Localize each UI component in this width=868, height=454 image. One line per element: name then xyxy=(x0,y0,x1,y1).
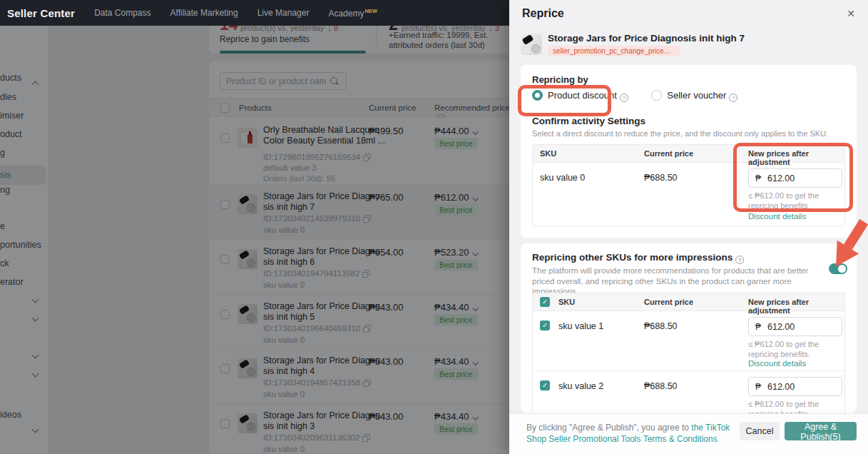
sku-current-price: ₱688.50 xyxy=(644,381,678,391)
nav-item-live-manager[interactable]: Live Manager xyxy=(257,8,310,18)
nav-item-academy[interactable]: AcademyNEW xyxy=(328,8,377,19)
modal-product-name: Storage Jars for Price Diagnosis init hi… xyxy=(548,33,745,44)
column-sku: SKU xyxy=(558,298,575,306)
other-skus-description: The platform will provide more recommend… xyxy=(532,266,816,297)
sku-current-price: ₱688.50 xyxy=(644,173,678,183)
sku-row: ✓ sku value 2 ₱688.50 ₱ ≤ ₱612.00 to get… xyxy=(533,371,844,413)
sku-name: sku value 1 xyxy=(558,321,603,331)
new-price-input[interactable]: ₱ xyxy=(748,168,842,188)
column-current-price: Current price xyxy=(644,298,693,306)
reprice-modal: Reprice ✕ Storage Jars for Price Diagnos… xyxy=(509,0,868,454)
help-icon[interactable]: ? xyxy=(735,256,744,264)
screen: Seller Center Data Compass Affiliate Mar… xyxy=(0,0,868,454)
other-skus-table: ✓ SKU Current price New prices after adj… xyxy=(532,293,845,413)
sku-checkbox[interactable]: ✓ xyxy=(540,321,550,331)
sku-row: ✓ sku value 1 ₱688.50 ₱ ≤ ₱612.00 to get… xyxy=(533,311,844,371)
column-sku: SKU xyxy=(540,149,556,158)
new-badge: NEW xyxy=(364,8,377,14)
seller-center-logo[interactable]: Seller Center xyxy=(7,7,75,19)
sku-checkbox[interactable]: ✓ xyxy=(540,380,550,390)
nav-item-data-compass[interactable]: Data Compass xyxy=(94,8,150,18)
sku-row: sku value 0 ₱688.50 ₱ ≤ ₱612.00 to get t… xyxy=(533,163,844,226)
new-price-input[interactable]: ₱ xyxy=(748,377,842,396)
seller-voucher-label: Seller voucher xyxy=(667,90,726,101)
new-price-input[interactable]: ₱ xyxy=(748,317,842,336)
modal-title: Reprice xyxy=(522,7,564,20)
repricing-settings-card: Repricing by Product discount? Seller vo… xyxy=(521,65,857,238)
other-skus-card: Repricing other SKUs for more impression… xyxy=(521,243,857,413)
help-icon[interactable]: ? xyxy=(729,94,737,102)
cancel-button[interactable]: Cancel xyxy=(740,422,780,440)
repricing-by-options: Product discount? Seller voucher? xyxy=(532,89,737,100)
agreement-text: By clicking "Agree & Publish", you agree… xyxy=(526,422,740,445)
sku-name: sku value 2 xyxy=(558,381,603,391)
discount-details-link[interactable]: Discount details xyxy=(748,359,806,368)
product-discount-radio[interactable] xyxy=(532,90,543,101)
price-field[interactable] xyxy=(767,319,837,334)
other-skus-toggle[interactable] xyxy=(829,263,847,274)
currency-symbol: ₱ xyxy=(755,173,761,183)
close-icon[interactable]: ✕ xyxy=(847,8,855,19)
discount-details-link[interactable]: Discount details xyxy=(748,212,806,221)
price-field[interactable] xyxy=(767,171,837,186)
price-field[interactable] xyxy=(767,379,837,394)
sku-table: SKU Current price New prices after adjus… xyxy=(532,144,845,226)
repricing-note: ≤ ₱612.00 to get the repricing benefits. xyxy=(748,340,849,359)
other-skus-table-header: ✓ SKU Current price New prices after adj… xyxy=(533,293,844,311)
repricing-note: ≤ ₱612.00 to get the repricing benefits. xyxy=(748,400,849,413)
repricing-note: ≤ ₱612.00 to get the repricing benefits. xyxy=(748,191,849,211)
select-all-checkbox[interactable]: ✓ xyxy=(540,297,550,307)
modal-product-tag: seller_promotion_pc_change_price_sdk_... xyxy=(548,46,680,56)
sku-name: sku value 0 xyxy=(540,173,585,183)
confirm-activity-title: Confirm activity Settings xyxy=(532,116,645,126)
other-skus-title: Repricing other SKUs for more impression… xyxy=(532,252,744,264)
modal-footer: By clicking "Agree & Publish", you agree… xyxy=(509,414,868,454)
help-icon[interactable]: ? xyxy=(620,94,628,102)
agree-publish-button[interactable]: Agree & Publish(5) xyxy=(785,422,857,440)
currency-symbol: ₱ xyxy=(755,322,761,332)
repricing-by-label: Repricing by xyxy=(532,74,588,85)
currency-symbol: ₱ xyxy=(755,382,761,392)
modal-product-thumbnail xyxy=(521,34,542,55)
sku-current-price: ₱688.50 xyxy=(644,321,678,331)
column-current-price: Current price xyxy=(644,149,693,158)
confirm-activity-subtitle: Select a direct discount to reduce the p… xyxy=(532,129,828,138)
nav-item-affiliate-marketing[interactable]: Affiliate Marketing xyxy=(170,8,238,18)
product-discount-label: Product discount xyxy=(548,90,617,101)
sku-table-header: SKU Current price New prices after adjus… xyxy=(533,145,844,163)
seller-voucher-radio[interactable] xyxy=(651,90,662,101)
